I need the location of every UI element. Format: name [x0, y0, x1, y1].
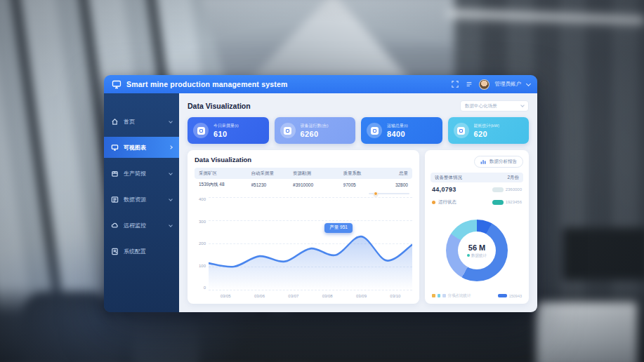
document-edit-icon	[111, 248, 119, 255]
legend-item-main: 150943	[498, 294, 522, 298]
stat-label: 能耗统计(kW)	[474, 123, 500, 129]
summary-header-right: 2月份	[507, 175, 519, 181]
sidebar-item-data-resources[interactable]: 数据资源	[104, 189, 179, 210]
stat-value: 8400	[387, 130, 408, 138]
legend-label: 分项占比统计	[448, 293, 471, 298]
titlebar-actions: 管理员账户	[451, 79, 531, 90]
table-cell: #3910000	[293, 182, 343, 187]
app-logo-icon	[111, 79, 121, 90]
slider-handle[interactable]	[374, 192, 378, 196]
summary-row-status: 运行状态 1923456	[431, 196, 523, 208]
filter-select[interactable]: 数据中心化场景	[460, 100, 529, 112]
area-path	[209, 236, 412, 290]
toggle-badge[interactable]	[492, 200, 504, 205]
sidebar-item-production-report[interactable]: 生产简报	[104, 163, 179, 184]
summary-status-label: 运行状态	[438, 199, 456, 206]
sidebar-item-label: 远程监控	[124, 222, 164, 229]
chart-panel-title: Data Visualization	[195, 156, 412, 163]
x-tick: 03/05	[221, 294, 231, 298]
stat-label: 设备运行数(台)	[301, 123, 329, 129]
legend-swatch	[442, 294, 446, 297]
stat-label: 运输总量(t)	[387, 123, 408, 129]
home-icon	[111, 118, 119, 126]
username-label[interactable]: 管理员账户	[495, 81, 522, 88]
x-tick: 03/10	[390, 294, 400, 298]
x-axis: 03/05 03/06 03/07 03/08 03/09 03/10	[209, 290, 412, 298]
report-button[interactable]: 数据分析报告	[474, 156, 523, 168]
chevron-down-icon	[169, 171, 173, 175]
chevron-down-icon	[169, 223, 173, 227]
stat-label: 今日采掘量(t)	[213, 123, 239, 129]
legend-item-breakdown: 分项占比统计	[432, 293, 471, 298]
chart-tooltip: 产量 951	[324, 223, 353, 233]
table-header: 采掘矿区 自动采掘量 资源勘测 质量系数 总量	[195, 168, 412, 179]
summary-total-value: 44,0793	[432, 186, 456, 193]
sidebar-item-system-settings[interactable]: 系统配置	[104, 241, 179, 262]
box-icon	[111, 170, 119, 177]
main-content: Data Visualization 数据中心化场景 今日采掘量(t)610 设…	[179, 93, 537, 312]
table-cell: 32800	[376, 182, 408, 187]
y-tick: 400	[195, 197, 206, 201]
column-header: 总量	[376, 170, 408, 177]
transport-icon	[367, 123, 382, 138]
stat-card-energy[interactable]: 能耗统计(kW)620	[448, 117, 530, 144]
chart-panel: Data Visualization 采掘矿区 自动采掘量 资源勘测 质量系数 …	[188, 150, 419, 304]
mini-progress-slider[interactable]	[369, 192, 409, 196]
donut-legend: 分项占比统计 150943	[431, 293, 523, 298]
monitor-icon	[111, 144, 119, 152]
app-title: Smart mine production management system	[126, 80, 446, 88]
summary-header-left: 设备整体情况	[435, 175, 462, 181]
table-cell: 1539内线 48	[199, 182, 251, 188]
background-monitor	[563, 228, 644, 281]
sidebar-item-visual-charts[interactable]: 可视图表	[104, 137, 179, 158]
x-tick: 03/09	[356, 294, 367, 298]
donut-center-sublabel: 数据统计	[471, 253, 487, 258]
chevron-up-icon	[169, 145, 173, 149]
column-header: 资源勘测	[293, 170, 343, 177]
sidebar-item-label: 可视图表	[124, 144, 164, 152]
stat-value: 620	[474, 130, 500, 138]
stat-card-equipment[interactable]: 设备运行数(台)6260	[275, 117, 356, 144]
y-axis: 400 300 200 100 0	[195, 197, 209, 298]
energy-icon	[454, 123, 469, 138]
report-button-label: 数据分析报告	[489, 159, 517, 165]
list-icon	[111, 196, 119, 203]
bar-chart-icon	[480, 159, 487, 165]
user-menu-chevron-icon[interactable]	[526, 81, 531, 86]
extraction-icon	[193, 123, 209, 138]
stat-card-transport[interactable]: 运输总量(t)8400	[361, 117, 442, 144]
x-tick: 03/08	[322, 294, 333, 298]
stat-cards: 今日采掘量(t)610 设备运行数(台)6260 运输总量(t)8400 能耗统…	[188, 117, 529, 144]
stat-value: 610	[213, 130, 239, 138]
sidebar-item-label: 生产简报	[124, 170, 164, 177]
column-header: 质量系数	[343, 170, 377, 177]
summary-badge-value: 2360000	[506, 187, 522, 192]
sidebar-item-remote-monitoring[interactable]: 远程监控	[104, 215, 179, 236]
chevron-down-icon	[169, 119, 173, 123]
x-tick: 03/07	[288, 294, 298, 298]
legend-swatch	[432, 294, 435, 297]
y-tick: 200	[195, 241, 206, 246]
column-header: 自动采掘量	[251, 170, 294, 177]
chevron-down-icon	[169, 197, 173, 201]
titlebar: Smart mine production management system …	[104, 75, 537, 93]
sidebar-item-label: 数据资源	[124, 196, 164, 203]
line-chart-svg	[209, 197, 412, 290]
sidebar-item-home[interactable]: 首页	[104, 111, 179, 132]
sidebar: 首页 可视图表 生产简报 数据资源 远程监控	[104, 93, 179, 312]
status-dot-icon	[432, 201, 435, 204]
gridline	[209, 290, 412, 290]
equipment-icon	[280, 123, 296, 138]
table-cell: #51230	[251, 182, 294, 187]
stat-card-extraction[interactable]: 今日采掘量(t)610	[188, 117, 269, 144]
sidebar-item-label: 首页	[124, 118, 164, 126]
fullscreen-icon[interactable]	[451, 80, 459, 88]
summary-panel: 数据分析报告 设备整体情况 2月份 44,0793 2360000	[425, 150, 529, 304]
page-title: Data Visualization	[188, 102, 251, 110]
table-row[interactable]: 1539内线 48 #51230 #3910000 97005 32800	[195, 179, 412, 191]
notifications-icon[interactable]	[465, 80, 473, 88]
user-avatar[interactable]	[479, 79, 489, 90]
app-window: Smart mine production management system …	[104, 75, 537, 312]
y-tick: 100	[195, 264, 206, 268]
line-chart-area: 400 300 200 100 0	[195, 197, 412, 298]
